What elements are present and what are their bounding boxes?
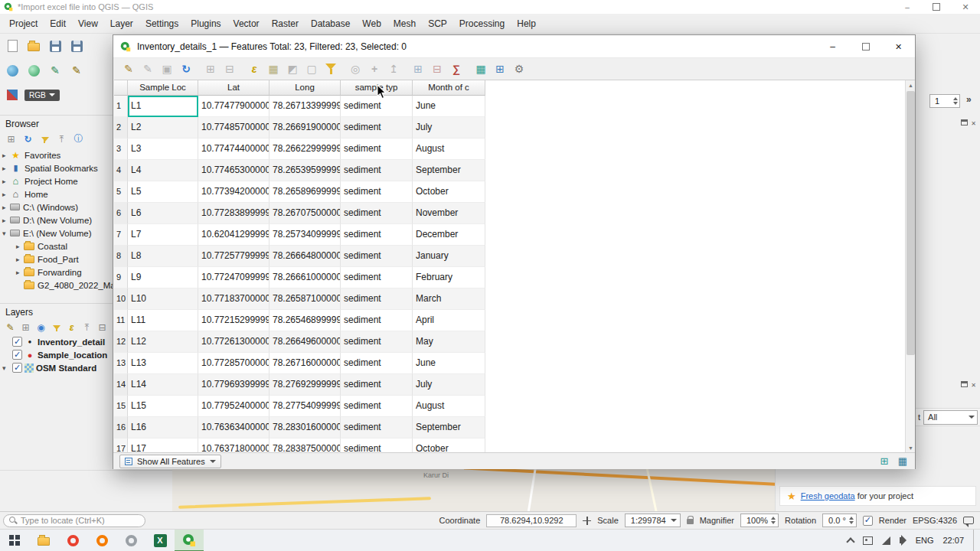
browser-item-project-home[interactable]: ▸Project Home	[0, 174, 113, 187]
cell[interactable]: sediment	[341, 160, 413, 181]
layer-visibility-checkbox[interactable]	[12, 350, 22, 360]
cell[interactable]: 78.26661000000...	[270, 267, 341, 289]
expand-arrow-icon[interactable]: ▾	[2, 230, 10, 237]
minimize-button[interactable]	[893, 0, 922, 14]
lock-icon[interactable]	[687, 519, 694, 524]
expand-arrow-icon[interactable]: ▸	[16, 269, 24, 276]
cell[interactable]: October	[413, 439, 485, 452]
taskbar-file-explorer[interactable]	[29, 530, 58, 551]
cell[interactable]: sediment	[341, 181, 413, 203]
raster-tool-icon[interactable]	[3, 86, 21, 104]
extent-icon[interactable]	[583, 517, 591, 525]
new-field-icon[interactable]	[410, 60, 426, 77]
open-layer-styling-icon[interactable]: ✎	[5, 321, 15, 333]
volume-icon[interactable]	[900, 537, 903, 543]
cell[interactable]: 78.26589699999...	[270, 181, 341, 203]
spinner-arrows-icon[interactable]	[953, 97, 958, 105]
row-number[interactable]: 8	[114, 246, 128, 267]
save-project-icon[interactable]	[46, 37, 64, 55]
layer-item-osm-standard[interactable]: ▾OSM Standard	[0, 361, 113, 374]
cell[interactable]: 10.77465300000...	[198, 160, 270, 181]
cell[interactable]: September	[413, 160, 485, 181]
cell[interactable]: 78.26713399999...	[270, 96, 341, 117]
dialog-titlebar[interactable]: Inventory_details_1 — Features Total: 23…	[113, 35, 915, 58]
filter-form-icon[interactable]	[322, 60, 339, 77]
vertical-scrollbar[interactable]	[905, 80, 915, 452]
expand-all-icon[interactable]	[82, 321, 92, 333]
menu-raster[interactable]: Raster	[266, 16, 305, 31]
menu-project[interactable]: Project	[3, 16, 44, 31]
browser-item-g2-4080-2022-mad[interactable]: G2_4080_2022_Mad...	[0, 279, 113, 292]
cell[interactable]: L4	[128, 160, 198, 181]
menu-plugins[interactable]: Plugins	[185, 16, 227, 31]
row-number[interactable]: 9	[114, 267, 128, 289]
taskbar-app-gray[interactable]	[116, 530, 145, 551]
cell[interactable]: June	[413, 353, 485, 374]
cell[interactable]: 78.26664800000...	[270, 246, 341, 267]
cell[interactable]: 78.28387500000...	[270, 439, 341, 452]
select-by-expression-icon[interactable]	[246, 60, 263, 77]
browser-item-coastal[interactable]: ▸Coastal	[0, 240, 113, 253]
filter-browser-icon[interactable]	[39, 133, 51, 145]
cell[interactable]: February	[413, 267, 485, 289]
cell[interactable]: 78.28301600000...	[270, 417, 341, 439]
expand-arrow-icon[interactable]: ▸	[16, 243, 24, 250]
table-row-l6[interactable]: 6L610.77283899999...78.26707500000...sed…	[114, 203, 915, 224]
row-number[interactable]: 12	[114, 331, 128, 353]
menu-edit[interactable]: Edit	[44, 16, 72, 31]
cell[interactable]: August	[413, 396, 485, 417]
cell[interactable]: L17	[128, 439, 198, 452]
cell[interactable]: L14	[128, 374, 198, 396]
cell[interactable]: 78.26539599999...	[270, 160, 341, 181]
multiedit-icon[interactable]	[139, 60, 156, 77]
expand-arrow-icon[interactable]: ▸	[2, 191, 10, 198]
table-row-l16[interactable]: 16L1610.76363400000...78.28301600000...s…	[114, 417, 915, 439]
table-row-l13[interactable]: 13L1310.77285700000...78.26716000000...s…	[114, 353, 915, 374]
cell[interactable]: 10.62041299999...	[198, 224, 270, 246]
dialog-maximize-button[interactable]	[849, 35, 882, 58]
row-number[interactable]: 17	[114, 439, 128, 452]
expand-arrow-icon[interactable]: ▸	[2, 178, 10, 185]
menu-processing[interactable]: Processing	[453, 16, 511, 31]
map-canvas[interactable]: Karur Di	[172, 469, 775, 511]
menu-scp[interactable]: SCP	[422, 16, 453, 31]
taskbar-excel[interactable]	[145, 530, 175, 551]
cell[interactable]: L2	[128, 117, 198, 139]
zoom-to-selection-icon[interactable]	[347, 60, 364, 77]
cell[interactable]: 78.26587100000...	[270, 289, 341, 310]
menu-layer[interactable]: Layer	[104, 16, 139, 31]
layer-visibility-checkbox[interactable]	[12, 337, 22, 347]
field-calculator-icon[interactable]	[448, 60, 465, 77]
expand-arrow-icon[interactable]: ▾	[2, 364, 10, 372]
table-row-l8[interactable]: 8L810.77257799999...78.26664800000...sed…	[114, 246, 915, 267]
cell[interactable]: L12	[128, 331, 198, 353]
cell[interactable]: sediment	[341, 417, 413, 439]
cell[interactable]: 10.77285700000...	[198, 353, 270, 374]
dock-table-icon[interactable]	[492, 60, 508, 77]
cell[interactable]: December	[413, 224, 485, 246]
network-icon[interactable]	[882, 536, 890, 545]
expand-arrow-icon[interactable]: ▸	[2, 165, 10, 172]
table-row-l1[interactable]: 1L110.77477900000...78.26713399999...sed…	[114, 96, 915, 117]
new-layer-icon[interactable]	[24, 61, 43, 80]
cell[interactable]: 78.25734099999...	[270, 224, 341, 246]
cell[interactable]: L6	[128, 203, 198, 224]
digitize-icon[interactable]	[46, 61, 64, 80]
cell[interactable]: 10.77283899999...	[198, 203, 270, 224]
feature-filter-combo[interactable]: Show All Features	[119, 455, 221, 468]
table-row-l14[interactable]: 14L1410.77969399999...78.27692999999...s…	[114, 374, 915, 396]
magnifier-spinner[interactable]: 100%	[740, 514, 779, 527]
corner-header[interactable]	[114, 80, 128, 96]
show-desktop-button[interactable]	[973, 530, 977, 551]
table-row-l11[interactable]: 11L1110.77215299999...78.26546899999...s…	[114, 310, 915, 331]
select-all-icon[interactable]	[265, 60, 282, 77]
cell[interactable]: 10.77183700000...	[198, 289, 270, 310]
cell[interactable]: 10.77474400000...	[198, 139, 270, 160]
scrollbar-thumb[interactable]	[906, 91, 915, 355]
cell[interactable]: L15	[128, 396, 198, 417]
table-row-l15[interactable]: 15L1510.77952400000...78.27754099999...s…	[114, 396, 915, 417]
row-number[interactable]: 10	[114, 289, 128, 310]
expand-arrow-icon[interactable]: ▸	[16, 256, 24, 263]
table-row-l17[interactable]: 17L1710.76371800000...78.28387500000...s…	[114, 439, 915, 452]
coordinate-display[interactable]: 78.6294,10.9292	[486, 514, 577, 527]
